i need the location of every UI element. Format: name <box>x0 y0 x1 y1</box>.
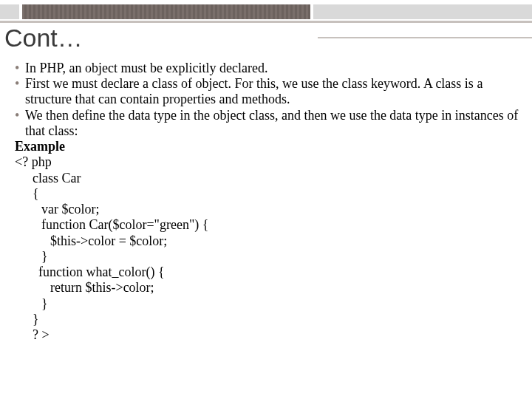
slide-title: Cont… <box>4 24 83 52</box>
code-line: function Car($color="green") { <box>15 217 528 233</box>
code-line: class Car <box>15 171 528 186</box>
code-line: } <box>15 249 528 265</box>
slide-top-decoration <box>0 0 532 22</box>
code-line: return $this->color; <box>15 280 528 296</box>
code-line: } <box>15 296 528 312</box>
code-line: var $color; <box>15 202 528 217</box>
bullet-item: • We then define the data type in the ob… <box>15 108 528 139</box>
bullet-item: • In PHP, an object must be explicitly d… <box>15 61 528 76</box>
code-line: function what_color() { <box>15 265 528 280</box>
deco-underline <box>0 21 532 23</box>
bullet-item: • First we must declare a class of objec… <box>15 76 528 107</box>
bullet-text: We then define the data type in the obje… <box>25 108 528 139</box>
deco-left-tile <box>0 4 19 19</box>
code-line: { <box>15 186 528 202</box>
bullet-dot: • <box>15 61 25 76</box>
bullet-text: First we must declare a class of object.… <box>25 76 528 107</box>
slide-body: • In PHP, an object must be explicitly d… <box>15 61 528 343</box>
bullet-text: In PHP, an object must be explicitly dec… <box>25 61 528 76</box>
code-line: ? > <box>15 327 528 343</box>
deco-underline-short <box>318 37 532 38</box>
deco-right-gray <box>313 4 532 19</box>
deco-stripe <box>22 4 310 19</box>
code-line: $this->color = $color; <box>15 233 528 249</box>
code-line: } <box>15 312 528 327</box>
bullet-dot: • <box>15 108 25 123</box>
code-line: <? php <box>15 154 528 170</box>
example-label: Example <box>15 139 65 154</box>
bullet-dot: • <box>15 76 25 92</box>
